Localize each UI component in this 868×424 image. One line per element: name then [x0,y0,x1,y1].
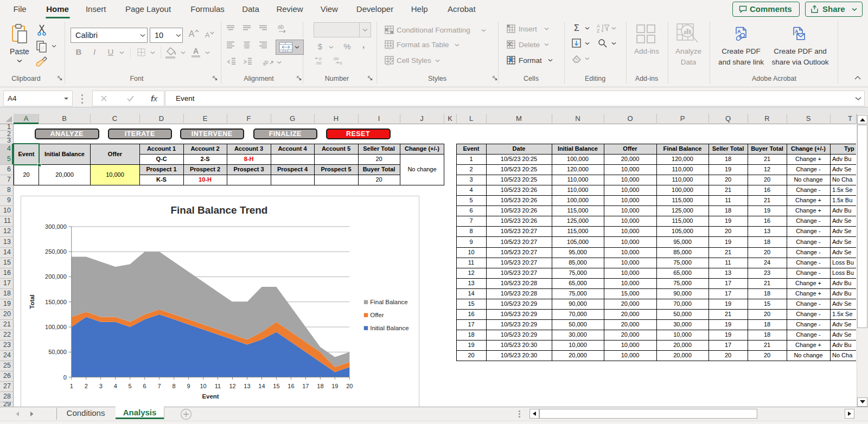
svg-text:15: 15 [273,383,279,389]
svg-text:Total: Total [29,294,35,309]
svg-text:3: 3 [99,383,103,389]
svg-text:.00: .00 [315,61,322,66]
svg-text:14: 14 [258,383,265,389]
svg-text:13: 13 [244,383,250,389]
svg-text:300,000: 300,000 [45,223,67,230]
svg-text:50,000: 50,000 [48,349,67,355]
svg-text:7: 7 [158,383,161,389]
svg-text:2: 2 [85,383,88,389]
svg-text:12: 12 [229,383,235,389]
svg-text:6: 6 [143,383,146,389]
svg-text:.00: .00 [333,56,339,61]
svg-text:100,000: 100,000 [45,324,67,330]
svg-text:1: 1 [70,383,73,389]
svg-text:A: A [737,29,741,34]
svg-text:16: 16 [288,383,294,389]
svg-text:5: 5 [129,383,132,389]
svg-text:4: 4 [114,383,117,389]
svg-text:10: 10 [200,383,206,389]
svg-text:19: 19 [331,383,338,389]
svg-text:ab: ab [278,24,284,30]
svg-text:Offer: Offer [370,312,384,318]
svg-text:200,000: 200,000 [45,273,67,280]
svg-text:Final Balance: Final Balance [370,299,407,305]
svg-text:A: A [795,29,799,34]
svg-text:ab: ab [263,59,270,67]
svg-text:17: 17 [302,383,309,389]
svg-text:18: 18 [317,383,323,389]
svg-text:150,000: 150,000 [45,299,67,305]
svg-text:20: 20 [346,383,353,389]
svg-text:Final Balance Trend: Final Balance Trend [171,204,268,216]
svg-text:250,000: 250,000 [45,248,67,255]
svg-text:Event: Event [202,394,219,400]
svg-text:8: 8 [173,383,176,389]
svg-text:0: 0 [63,374,67,381]
svg-text:9: 9 [187,383,190,389]
svg-text:Z: Z [597,28,599,33]
svg-text:0: 0 [340,61,342,66]
svg-text:Initial Balance: Initial Balance [370,325,409,331]
svg-text:11: 11 [215,383,221,389]
